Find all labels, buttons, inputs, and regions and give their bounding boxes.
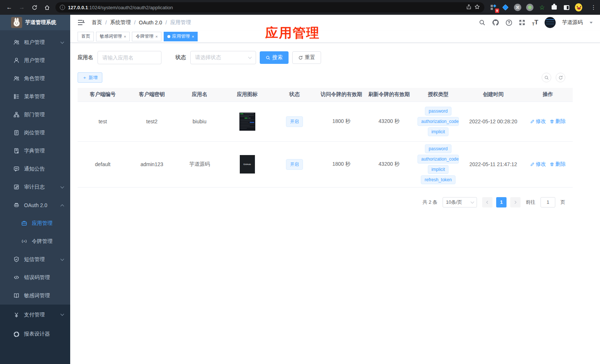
- status-select[interactable]: 请选择状态: [190, 51, 256, 64]
- sidebar-item-notice[interactable]: 通知公告: [0, 160, 70, 178]
- prev-page-button[interactable]: [482, 197, 492, 207]
- breadcrumb-current: 应用管理: [170, 19, 191, 26]
- table-row: default admin123 芋道源码 GitHub 开启 1800 秒 4…: [78, 141, 573, 187]
- page-size-select[interactable]: 10条/页: [443, 197, 477, 207]
- sidebar-item-dict[interactable]: 字典管理: [0, 142, 70, 160]
- sidebar-item-user[interactable]: 用户管理: [0, 51, 70, 69]
- briefcase-icon: [21, 220, 27, 226]
- sidebar-item-sensitive-word[interactable]: 敏感词管理: [0, 286, 70, 305]
- browser-menu-icon[interactable]: ⋮: [591, 4, 596, 11]
- sidebar-item-errorcode[interactable]: 错误码管理: [0, 268, 70, 286]
- star-extension-icon[interactable]: ☆: [538, 4, 546, 11]
- col-refresh-ttl: 刷新令牌的有效期: [365, 88, 413, 102]
- toggle-search-icon[interactable]: [542, 73, 551, 82]
- sidebar-item-label: 菜单管理: [24, 93, 45, 100]
- user-name[interactable]: 芋道源码: [562, 19, 583, 26]
- col-secret: 客户端密钥: [128, 88, 176, 102]
- sidebar-item-menu[interactable]: 菜单管理: [0, 87, 70, 106]
- fullscreen-icon[interactable]: [519, 19, 526, 26]
- sidebar-item-sms[interactable]: 短信管理: [0, 250, 70, 268]
- user-icon: [13, 57, 20, 63]
- kite-extension-icon[interactable]: [502, 4, 509, 11]
- profile-avatar-icon[interactable]: [575, 4, 582, 11]
- app-name-input[interactable]: [98, 51, 161, 64]
- col-status: 状态: [271, 88, 318, 102]
- browser-nav: ← →: [4, 2, 52, 13]
- breadcrumb-system[interactable]: 系统管理: [110, 19, 131, 26]
- puzzle-extensions-icon[interactable]: [550, 4, 558, 11]
- sidebar-item-audit-log[interactable]: 审计日志: [0, 178, 70, 196]
- app-logo[interactable]: 芋道管理系统: [0, 15, 70, 30]
- chevron-up-icon: [61, 205, 64, 208]
- red-annotation: 应用管理: [265, 24, 320, 42]
- tab-application[interactable]: 应用管理 ×: [164, 32, 198, 41]
- users-icon: [13, 39, 20, 45]
- cell-actions: 修改 删除: [523, 141, 573, 187]
- sidebar-item-tenant[interactable]: 租户管理: [0, 33, 70, 51]
- code-icon: [13, 274, 20, 281]
- bookmark-star-icon[interactable]: [474, 4, 480, 11]
- forward-icon[interactable]: →: [16, 2, 27, 13]
- share-icon[interactable]: [466, 4, 471, 11]
- sidebar-item-label: 租户管理: [24, 39, 45, 46]
- sidebar-item-pay[interactable]: 支付管理: [0, 305, 70, 324]
- delete-button[interactable]: 删除: [550, 118, 566, 125]
- site-info-icon[interactable]: i: [60, 5, 65, 10]
- tab-home[interactable]: 首页: [78, 32, 94, 41]
- sidebar-item-role[interactable]: 角色管理: [0, 69, 70, 87]
- recorder-extension-icon[interactable]: [526, 4, 533, 11]
- github-icon[interactable]: [492, 19, 499, 26]
- sidebar-item-dept[interactable]: 部门管理: [0, 106, 70, 124]
- extension-icon[interactable]: 9: [490, 4, 497, 11]
- sidebar-item-oauth[interactable]: OAuth 2.0: [0, 196, 70, 214]
- col-access-ttl: 访问令牌的有效期: [318, 88, 365, 102]
- sidebar-item-oauth-application[interactable]: 应用管理: [0, 214, 70, 232]
- cell-grant-types: password authorization_code implicit ref…: [413, 141, 463, 187]
- tab-sensitive-word[interactable]: 敏感词管理 ×: [96, 32, 130, 41]
- help-icon[interactable]: [505, 19, 512, 26]
- back-icon[interactable]: ←: [4, 2, 15, 13]
- sidebar-item-oauth-token[interactable]: A 令牌管理: [0, 232, 70, 250]
- cell-access-ttl: 1800 秒: [318, 141, 365, 187]
- close-icon[interactable]: ×: [155, 34, 157, 39]
- goto-page-input[interactable]: [541, 197, 555, 207]
- col-client-id: 客户端编号: [78, 88, 128, 102]
- side-panel-icon[interactable]: [563, 4, 570, 11]
- refresh-table-icon[interactable]: [556, 73, 565, 82]
- search-icon[interactable]: [479, 19, 486, 26]
- command-extension-icon[interactable]: ⌘: [514, 4, 521, 11]
- next-page-button[interactable]: [510, 197, 521, 207]
- url-bar[interactable]: i 127.0.0.1:1024/system/oauth2/oauth2/ap…: [55, 2, 484, 13]
- tab-token[interactable]: 令牌管理 ×: [132, 32, 161, 41]
- cell-secret: admin123: [128, 141, 176, 187]
- sidebar-item-report-designer[interactable]: 报表设计器: [0, 324, 70, 344]
- font-size-icon[interactable]: TT: [532, 19, 538, 26]
- close-icon[interactable]: ×: [192, 34, 194, 39]
- sidebar-item-post[interactable]: 岗位管理: [0, 124, 70, 142]
- svg-text:A: A: [23, 240, 25, 243]
- delete-button[interactable]: 删除: [550, 161, 566, 168]
- breadcrumb-home[interactable]: 首页: [92, 19, 102, 26]
- cell-app-icon: GitHub: [223, 141, 271, 187]
- cell-app-name: biubiu: [176, 102, 223, 141]
- sidebar-item-label: 短信管理: [24, 256, 45, 263]
- page-1-button[interactable]: 1: [496, 197, 507, 207]
- reset-button[interactable]: 重置: [292, 51, 321, 64]
- breadcrumb-oauth[interactable]: OAuth 2.0: [139, 20, 162, 25]
- robot-icon: [13, 202, 20, 208]
- close-icon[interactable]: ×: [124, 34, 126, 39]
- table-toolbar: ＋ 新增: [78, 72, 565, 83]
- user-avatar[interactable]: [545, 17, 556, 28]
- home-icon[interactable]: [41, 2, 52, 13]
- table-tools: [542, 73, 565, 82]
- user-menu-caret-icon[interactable]: [590, 22, 593, 24]
- collapse-sidebar-icon[interactable]: [78, 20, 85, 25]
- reload-icon[interactable]: [29, 2, 40, 13]
- edit-button[interactable]: 修改: [530, 161, 546, 168]
- app-shell: 芋道管理系统 租户管理 用户管理 角色管理 菜单管理 部门管理: [0, 15, 600, 364]
- edit-button[interactable]: 修改: [530, 118, 546, 125]
- sidebar-item-label: 通知公告: [24, 166, 45, 172]
- col-actions: 操作: [523, 88, 573, 102]
- add-button[interactable]: ＋ 新增: [78, 72, 102, 83]
- search-button[interactable]: 搜索: [260, 51, 289, 64]
